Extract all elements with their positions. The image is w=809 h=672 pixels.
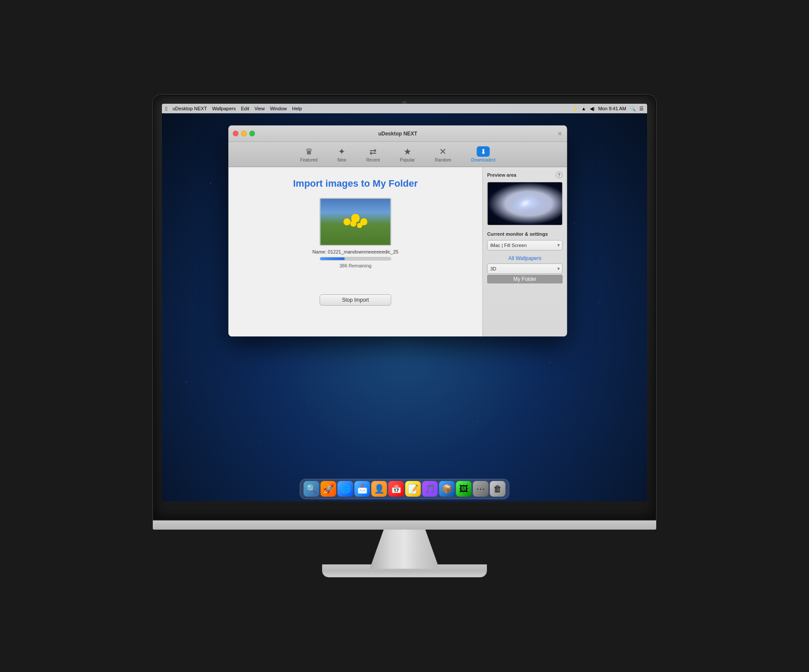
remaining-text: 386 Remaining (339, 263, 372, 268)
category-select-wrapper[interactable]: 3D ▼ (487, 264, 562, 274)
dock-itunes-icon[interactable]: 🎵 (422, 481, 438, 497)
titlebar: uDesktop NEXT ✕ (228, 125, 567, 142)
import-panel: Import images to My Folder Name: 01221_m… (228, 167, 482, 336)
dock-notes-icon[interactable]: 📝 (405, 481, 421, 497)
recent-label: Recent (366, 158, 380, 162)
menubar-list-icon[interactable]: ☰ (639, 106, 644, 112)
popular-label: Popular (400, 158, 414, 162)
galaxy-preview-image (487, 182, 562, 225)
progress-bar-container (319, 257, 391, 260)
import-image-preview (319, 198, 391, 246)
preview-label-text: Preview area (487, 172, 516, 178)
tab-popular[interactable]: ★ Popular (396, 145, 418, 164)
dock-more-icon[interactable]: ⋯ (473, 481, 489, 497)
monitor-select[interactable]: iMac | Fill Screen (487, 240, 562, 250)
imac-chin (153, 520, 656, 530)
menubar-window[interactable]: Window (270, 106, 287, 111)
sidebar-list: All Wallpapers 3D ▼ My Folder (487, 254, 562, 283)
dock: 🔍 🚀 🌐 📩 👤 📅 📝 🎵 📦 🖼 ⋯ 🗑 (300, 479, 510, 499)
menubar-edit[interactable]: Edit (241, 106, 249, 111)
category-select[interactable]: 3D (487, 264, 562, 274)
help-icon[interactable]: ? (556, 171, 562, 178)
dock-appstore-icon[interactable]: 📦 (439, 481, 455, 497)
close-button[interactable] (233, 131, 238, 136)
menubar-view[interactable]: View (254, 106, 265, 111)
dock-contacts-icon[interactable]: 👤 (372, 481, 387, 497)
menubar-volume-icon: ◀) (590, 106, 595, 112)
menubar-app-name[interactable]: uDesktop NEXT (173, 106, 207, 111)
dock-trash-icon[interactable]: 🗑 (490, 481, 506, 497)
tab-recent[interactable]: ⇄ Recent (363, 145, 384, 164)
stop-import-button[interactable]: Stop Import (319, 294, 391, 306)
downloaded-label: Downloaded (471, 158, 496, 162)
filename-value: 01221_mandownmeeeeeedic_25 (328, 249, 398, 254)
apple-menu-icon[interactable]:  (165, 105, 168, 112)
featured-icon: ♛ (305, 146, 313, 157)
menubar-search-icon[interactable]: 🔍 (630, 106, 636, 112)
macos-desktop:  uDesktop NEXT Wallpapers Edit View Win… (162, 104, 647, 501)
progress-bar-fill (320, 257, 345, 260)
menubar-clock: Mon 9:41 AM (598, 106, 626, 111)
window-title: uDesktop NEXT (378, 131, 417, 137)
menubar-wallpapers[interactable]: Wallpapers (212, 106, 236, 111)
dock-finder-icon[interactable]: 🔍 (304, 481, 319, 497)
menubar:  uDesktop NEXT Wallpapers Edit View Win… (162, 104, 647, 113)
my-folder-item[interactable]: My Folder (487, 275, 562, 283)
menubar-help[interactable]: Help (292, 106, 302, 111)
popular-icon: ★ (404, 146, 411, 157)
menubar-battery-icon: ⚡ (572, 106, 578, 112)
window-controls (233, 131, 255, 136)
imac-stand-neck (370, 530, 439, 569)
filename-label: Name: (312, 249, 326, 254)
menubar-left:  uDesktop NEXT Wallpapers Edit View Win… (165, 105, 302, 112)
tab-new[interactable]: ✦ New (334, 145, 350, 164)
dock-safari-icon[interactable]: 🌐 (338, 481, 353, 497)
sidebar: Preview area ? Current monitor & setting… (482, 167, 567, 336)
dock-launchpad-icon[interactable]: 🚀 (321, 481, 336, 497)
import-filename: Name: 01221_mandownmeeeeeedic_25 (312, 249, 398, 254)
imac-wrapper:  uDesktop NEXT Wallpapers Edit View Win… (153, 95, 656, 577)
window-close-icon[interactable]: ✕ (557, 130, 562, 137)
monitor-select-wrapper[interactable]: iMac | Fill Screen ▼ (487, 240, 562, 250)
tab-downloaded[interactable]: ⬇ Downloaded (468, 145, 499, 164)
featured-label: Featured (300, 158, 318, 162)
tab-random[interactable]: ✕ Random (431, 145, 455, 164)
flower-image (320, 199, 390, 245)
monitor-settings-label: Current monitor & settings (487, 231, 562, 237)
recent-icon: ⇄ (369, 146, 377, 157)
menubar-wifi-icon: ▲ (582, 106, 586, 111)
maximize-button[interactable] (249, 131, 255, 136)
new-icon: ✦ (338, 146, 345, 157)
new-label: New (338, 158, 346, 162)
dock-photo-icon[interactable]: 🖼 (456, 481, 472, 497)
app-window: uDesktop NEXT ✕ ♛ Featured ✦ New ⇄ (228, 125, 567, 336)
tab-featured[interactable]: ♛ Featured (297, 145, 321, 164)
downloaded-box: ⬇ (477, 146, 490, 157)
content-area: Import images to My Folder Name: 01221_m… (228, 167, 567, 336)
dock-mail-icon[interactable]: 📩 (355, 481, 370, 497)
downloaded-icon: ⬇ (480, 148, 486, 156)
dock-calendar-icon[interactable]: 📅 (388, 481, 404, 497)
random-label: Random (435, 158, 451, 162)
random-icon: ✕ (439, 146, 447, 157)
imac-screen-bezel:  uDesktop NEXT Wallpapers Edit View Win… (153, 95, 656, 520)
all-wallpapers-item[interactable]: All Wallpapers (487, 254, 562, 263)
toolbar: ♛ Featured ✦ New ⇄ Recent ★ Popular (228, 142, 567, 167)
menubar-right: ⚡ ▲ ◀) Mon 9:41 AM 🔍 ☰ (572, 106, 644, 112)
preview-thumbnail (487, 182, 562, 225)
import-title: Import images to My Folder (293, 178, 418, 189)
minimize-button[interactable] (241, 131, 247, 136)
preview-area-label: Preview area ? (487, 171, 562, 178)
